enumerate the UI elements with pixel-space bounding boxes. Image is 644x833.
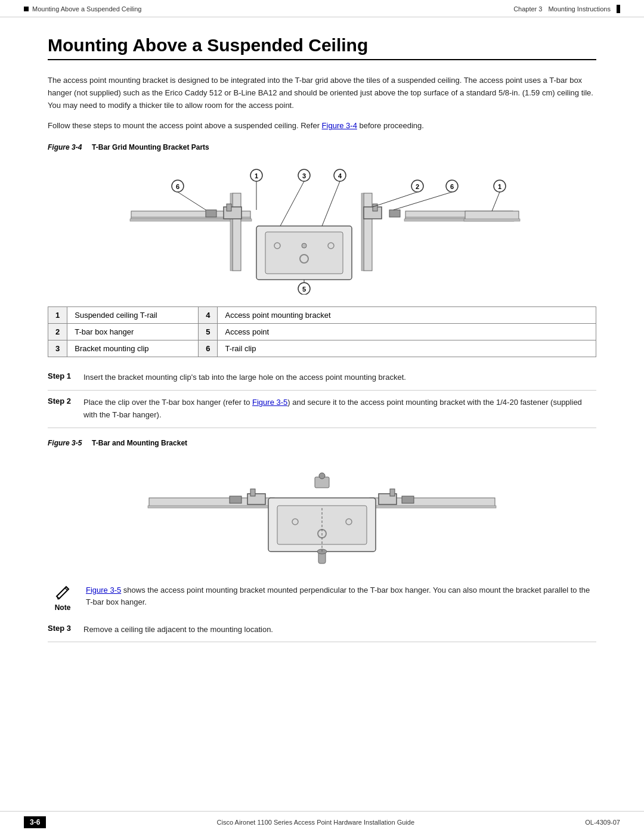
svg-text:5: 5 <box>302 286 306 293</box>
step-3-label: Step 3 <box>48 624 83 636</box>
figure4-caption-text: T-Bar Grid Mounting Bracket Parts <box>84 143 209 151</box>
figure4-label: Figure 3-4 <box>48 143 82 151</box>
figure5-svg <box>137 453 507 572</box>
svg-text:2: 2 <box>416 183 419 190</box>
svg-line-35 <box>322 181 340 226</box>
note-box: Note Figure 3-5 shows the access point m… <box>48 584 596 612</box>
header-bar-icon <box>617 5 620 13</box>
step-2-label: Step 2 <box>48 397 83 422</box>
svg-line-32 <box>280 181 304 226</box>
part-num-6: 6 <box>199 340 218 357</box>
figure5-caption: Figure 3-5 T-Bar and Mounting Bracket <box>48 439 596 447</box>
header-section-title: Mounting Above a Suspended Ceiling <box>32 5 141 13</box>
svg-rect-6 <box>233 193 241 271</box>
step-1-label: Step 1 <box>48 371 83 384</box>
header-right: Chapter 3 Mounting Instructions <box>513 5 620 13</box>
note-text-content: shows the access point mounting bracket … <box>86 586 590 607</box>
svg-line-41 <box>394 192 452 210</box>
body-paragraph-2-pre: Follow these steps to mount the access p… <box>48 121 322 130</box>
note-text: Figure 3-5 shows the access point mounti… <box>86 584 596 609</box>
footer-doc-id: OL-4309-07 <box>585 819 620 826</box>
table-row: 3 Bracket mounting clip 6 T-rail clip <box>48 340 596 357</box>
svg-rect-19 <box>373 204 377 211</box>
svg-rect-65 <box>402 496 414 503</box>
part-num-1: 1 <box>48 307 67 324</box>
part-desc-6: T-rail clip <box>218 340 596 357</box>
svg-line-26 <box>178 192 206 210</box>
svg-rect-9 <box>361 193 364 271</box>
note-icon-area: Note <box>48 584 78 612</box>
svg-rect-21 <box>389 210 400 217</box>
step-2-text: Place the clip over the T-bar box hanger… <box>83 397 596 422</box>
svg-rect-22 <box>465 211 519 219</box>
part-desc-1: Suspended ceiling T-rail <box>67 307 199 324</box>
svg-rect-51 <box>369 506 496 508</box>
svg-rect-23 <box>464 219 520 221</box>
body-paragraph-1: The access point mounting bracket is des… <box>48 75 596 112</box>
figure5-label: Figure 3-5 <box>48 439 82 447</box>
figure5-caption-text: T-Bar and Mounting Bracket <box>84 439 187 447</box>
svg-rect-20 <box>206 210 216 217</box>
header-chapter-title: Mounting Instructions <box>548 5 611 13</box>
svg-line-44 <box>492 192 500 211</box>
figure4-diagram: 6 1 3 4 2 6 1 <box>48 157 596 295</box>
header-bullet-icon <box>24 7 29 11</box>
part-desc-5: Access point <box>218 324 596 340</box>
figure5-link-note[interactable]: Figure 3-5 <box>86 586 121 594</box>
footer-document-title: Cisco Aironet 1100 Series Access Point H… <box>217 819 414 826</box>
part-desc-3: Bracket mounting clip <box>67 340 199 357</box>
table-row: 1 Suspended ceiling T-rail 4 Access poin… <box>48 307 596 324</box>
figure4-link[interactable]: Figure 3-4 <box>322 121 357 130</box>
note-pencil-icon <box>54 584 71 601</box>
svg-rect-49 <box>148 506 275 508</box>
part-desc-4: Access point mounting bracket <box>218 307 596 324</box>
svg-text:3: 3 <box>302 172 306 179</box>
step-1-text: Insert the bracket mounting clip's tab i… <box>83 371 406 384</box>
svg-point-15 <box>302 243 306 248</box>
svg-rect-8 <box>364 193 372 271</box>
svg-point-67 <box>319 473 325 479</box>
main-content: Mounting Above a Suspended Ceiling The a… <box>0 17 644 684</box>
page-header: Mounting Above a Suspended Ceiling Chapt… <box>0 0 644 17</box>
page-title: Mounting Above a Suspended Ceiling <box>48 35 596 60</box>
step-3-text: Remove a ceiling tile adjacent to the mo… <box>83 624 273 636</box>
part-desc-2: T-bar box hanger <box>67 324 199 340</box>
figure5-diagram <box>48 453 596 572</box>
step-1-row: Step 1 Insert the bracket mounting clip'… <box>48 371 596 391</box>
header-left: Mounting Above a Suspended Ceiling <box>24 5 141 13</box>
note-label: Note <box>55 603 71 612</box>
svg-text:4: 4 <box>338 172 342 179</box>
svg-rect-60 <box>390 489 395 496</box>
svg-rect-17 <box>227 204 231 211</box>
body-paragraph-2-post: before proceeding. <box>357 121 424 130</box>
step-2-pre: Place the clip over the T-bar box hanger… <box>83 398 252 407</box>
part-num-5: 5 <box>199 324 218 340</box>
svg-rect-64 <box>230 496 242 503</box>
part-num-2: 2 <box>48 324 67 340</box>
svg-text:1: 1 <box>255 172 258 179</box>
figure4-svg: 6 1 3 4 2 6 1 <box>113 157 531 295</box>
svg-text:6: 6 <box>176 183 179 190</box>
page-footer: 3-6 Cisco Aironet 1100 Series Access Poi… <box>0 811 644 833</box>
step-2-row: Step 2 Place the clip over the T-bar box… <box>48 397 596 428</box>
svg-text:1: 1 <box>498 183 501 190</box>
part-num-3: 3 <box>48 340 67 357</box>
svg-text:6: 6 <box>450 183 454 190</box>
table-row: 2 T-bar box hanger 5 Access point <box>48 324 596 340</box>
figure5-link-step2[interactable]: Figure 3-5 <box>252 398 287 407</box>
parts-table: 1 Suspended ceiling T-rail 4 Access poin… <box>48 306 596 357</box>
svg-rect-11 <box>265 232 343 274</box>
footer-page-number: 3-6 <box>24 816 46 828</box>
header-chapter: Chapter 3 <box>513 5 542 13</box>
body-paragraph-2: Follow these steps to mount the access p… <box>48 120 596 132</box>
svg-rect-58 <box>250 489 255 496</box>
figure4-caption: Figure 3-4 T-Bar Grid Mounting Bracket P… <box>48 143 596 151</box>
part-num-4: 4 <box>199 307 218 324</box>
step-3-row: Step 3 Remove a ceiling tile adjacent to… <box>48 624 596 643</box>
